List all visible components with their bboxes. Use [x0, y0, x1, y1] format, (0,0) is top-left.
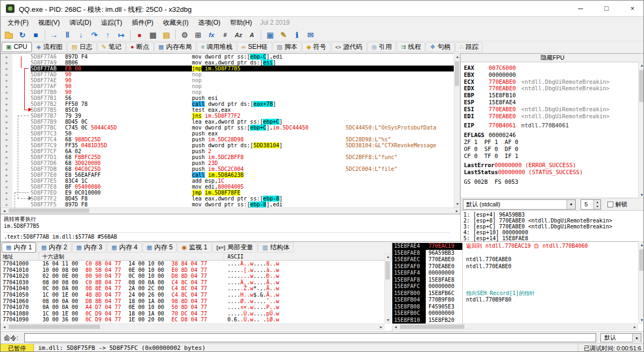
stack-row[interactable]: 15E8FAF0770EABE0ntdll.770EABE0 — [392, 263, 644, 270]
disasm-row[interactable]: ●5D8F77B779 39jns im.5D8F77F2 — [1, 113, 454, 119]
calling-convention-dropdown[interactable]: 默认 (stdcall) ▾ — [463, 199, 576, 210]
stack-row[interactable]: 15E8FAF400000000 — [392, 270, 644, 277]
minimize-button[interactable]: ─ — [568, 1, 592, 17]
disasm-row[interactable]: ●5D8F77E583C4 1Cadd esp,1C — [1, 178, 454, 184]
register-row[interactable]: LastError00000000 (ERROR_SUCCESS) — [464, 162, 641, 169]
disasm-hscrollbar-thumb[interactable] — [9, 209, 89, 213]
tab-references[interactable]: ◎引用 — [367, 42, 396, 52]
register-value[interactable]: 770EABE0 — [489, 85, 516, 91]
disasm-row[interactable]: ●5D8F77BCC745 0C 5044C45Dmov dword ptr s… — [1, 125, 454, 131]
breakpoint-dot[interactable]: ● — [1, 125, 12, 131]
stack-row[interactable]: 15E8FB08F45905E3 — [392, 304, 644, 311]
help-icon[interactable]: ℹ — [291, 29, 303, 40]
patches-icon[interactable]: # — [219, 29, 231, 40]
memory-map-icon[interactable]: ▦ — [147, 29, 159, 40]
memory-row[interactable]: 770410400C 00 0A 0008 8E 04 772A 00 2C 0… — [1, 285, 392, 292]
register-row[interactable]: EFLAGS00000246 — [464, 132, 641, 139]
tab-script[interactable]: ▨脚本 — [273, 42, 302, 52]
memory-hscrollbar-arrow-left[interactable]: ◄ — [1, 324, 8, 331]
breakpoint-dot[interactable]: ● — [1, 119, 12, 125]
disasm-row[interactable]: ●5D8F77E8BF 05400080mov edi,80004005 — [1, 184, 454, 190]
tab-memory-map[interactable]: ▦内存布局 — [154, 42, 196, 52]
memory-vscrollbar-arrow-up[interactable]: ▲ — [385, 254, 391, 260]
breakpoint-dot[interactable]: ● — [1, 142, 12, 148]
tab-locals[interactable]: [x=]局部变量 — [212, 242, 257, 253]
memory-row[interactable]: 7704106008 00 0A 00D8 8B 04 7718 00 1A 0… — [1, 298, 392, 305]
stack-vscrollbar-thumb[interactable] — [639, 249, 643, 271]
register-value[interactable]: 007C6000 — [489, 64, 516, 71]
breakpoint-dot[interactable]: ● — [1, 154, 12, 160]
step-into-icon[interactable]: ↓ — [75, 29, 87, 40]
chevron-down-icon[interactable]: ▾ — [567, 200, 575, 209]
menu-item[interactable]: 收藏夹(I) — [158, 17, 193, 29]
register-row[interactable]: EDX770EABE0<ntdll.DbgUiRemoteBreakin> — [464, 85, 641, 92]
breakpoint-dot[interactable]: ● — [1, 172, 12, 178]
breakpoint-dot[interactable]: ● — [1, 83, 12, 89]
stack-row[interactable]: 15E8FB0015E8FB6C指向SEH_Record[1]的指针 — [392, 290, 644, 297]
memory-vscrollbar-arrow-down[interactable]: ▼ — [385, 317, 391, 324]
argument-row[interactable]: 5: [esp+14] 15E8FAE8 — [463, 235, 642, 241]
registers-vscrollbar[interactable]: ▲▼ — [638, 62, 644, 198]
stack-row[interactable]: 15E8FAE4770EAC19返回到 ntdll.770EAC19 自 ntd… — [392, 243, 644, 250]
register-value[interactable]: 00000000 (ERROR_SUCCESS) — [495, 162, 576, 168]
close-button[interactable]: × — [620, 1, 644, 17]
fx-icon[interactable]: fx — [205, 29, 218, 40]
breakpoint-dot[interactable]: ● — [1, 148, 12, 154]
memory-vscrollbar[interactable]: ▲▼ — [384, 253, 391, 324]
command-input[interactable] — [24, 333, 596, 342]
stack-row[interactable]: 15E8FAE896A59BB3 — [392, 250, 644, 257]
disasm-hscrollbar-arrow-right[interactable]: ► — [454, 208, 460, 214]
disasm-vscrollbar-arrow-down[interactable]: ▼ — [454, 201, 461, 207]
breakpoint-dot[interactable]: ● — [1, 184, 12, 190]
register-row[interactable]: CF 0 TF 0 IF 1 — [464, 153, 641, 160]
disasm-hscrollbar[interactable]: ◄► — [1, 207, 460, 214]
menu-item[interactable]: 插件(P) — [127, 17, 158, 29]
menu-item[interactable]: 调试(D) — [65, 17, 96, 29]
disasm-row[interactable]: ●5D8F77C9FF35 0481D35Dpush dword ptr ds:… — [1, 142, 454, 148]
stack-vscrollbar-arrow-up[interactable]: ▲ — [639, 242, 644, 248]
chevron-down-icon[interactable]: ▾ — [632, 334, 641, 343]
tab-threads[interactable]: ⇉线程 — [397, 42, 425, 52]
registers-vscrollbar-arrow-up[interactable]: ▲ — [639, 62, 644, 69]
run-icon[interactable]: → — [48, 29, 60, 40]
tab-symbols[interactable]: ◆符号 — [302, 42, 330, 52]
breakpoint-dot[interactable]: ● — [1, 107, 12, 113]
register-value[interactable]: 770EABE0 — [489, 113, 516, 119]
hide-fpu-button[interactable]: 隐藏FPU — [461, 54, 644, 62]
disasm-row[interactable]: ●5D8F77DB68 04C0C25Dpush im.5DC2C0045DC2… — [1, 166, 454, 172]
pause-icon[interactable]: ‖ — [61, 29, 74, 40]
tab-breakpoints[interactable]: ●断点 — [126, 42, 154, 52]
register-value[interactable]: 00000000 — [489, 71, 516, 78]
disasm-row[interactable]: ●5D8F77B090nop — [1, 89, 454, 95]
memory-hscrollbar-arrow-right[interactable]: ► — [378, 324, 384, 331]
argument-row[interactable]: 3: [esp+C] 770EABE0 <ntdll.DbgUiRemoteBr… — [463, 224, 642, 229]
disasm-row[interactable]: ●5D8F77B2FF50 78call dword ptr ds:[eax+7… — [1, 101, 454, 107]
disasm-row[interactable]: ●5D8F77B98D45 0Clea eax,dword ptr ss:[eb… — [1, 119, 454, 125]
register-row[interactable]: ESP15E8FAE4 — [464, 99, 641, 106]
disasm-row[interactable]: ●5D8F77F28D45 F8lea eax,dword ptr ss:[eb… — [1, 196, 454, 202]
register-row[interactable]: EDI770EABE0<ntdll.DbgUiRemoteBreakin> — [464, 113, 641, 120]
breakpoint-dot[interactable]: ● — [1, 101, 12, 107]
breakpoint-dot[interactable]: ● — [1, 137, 12, 142]
breakpoint-dot[interactable]: ● — [1, 60, 12, 66]
log-icon[interactable]: ▤ — [160, 29, 173, 40]
stack-row[interactable]: 15E8FB1015E8FB20 — [392, 317, 644, 324]
breakpoint-dot[interactable]: ● — [1, 66, 12, 71]
memory-row[interactable]: 770410700A 00 0A 00A4 D7 04 770E 00 10 0… — [1, 304, 392, 311]
tab-log[interactable]: ▤日志 — [67, 42, 96, 52]
breakpoint-dot[interactable]: ● — [1, 89, 12, 95]
disasm-row[interactable]: ●5D8F77ABEB 08jmp im.5D8F77B5 — [1, 66, 454, 71]
breakpoint-dot[interactable]: ● — [1, 77, 12, 83]
unlock-checkbox[interactable]: 解锁 — [607, 199, 627, 210]
step-over-icon[interactable]: ↷ — [88, 29, 101, 40]
stack-hscrollbar-arrow-right[interactable]: ► — [632, 324, 638, 331]
tab-cpu[interactable]: ▣CPU — [2, 42, 32, 52]
breakpoint-dot[interactable]: ● — [1, 166, 12, 172]
register-row[interactable]: EBX00000000 — [464, 71, 641, 78]
disasm-row[interactable]: ●5D8F77E0E8 56EAFAFFcall im.5D8A623B — [1, 172, 454, 178]
tab-notes[interactable]: ✎笔记 — [97, 42, 126, 52]
tab-seh[interactable]: ∞SEH链 — [237, 42, 272, 52]
memory-row[interactable]: 770410501C 00 1E 0048 8D 04 7724 00 26 0… — [1, 292, 392, 298]
register-row[interactable]: LastStatus00000000 (STATUS_SUCCESS) — [464, 169, 641, 176]
run-to-user-code-icon[interactable]: ↦ — [115, 29, 127, 40]
